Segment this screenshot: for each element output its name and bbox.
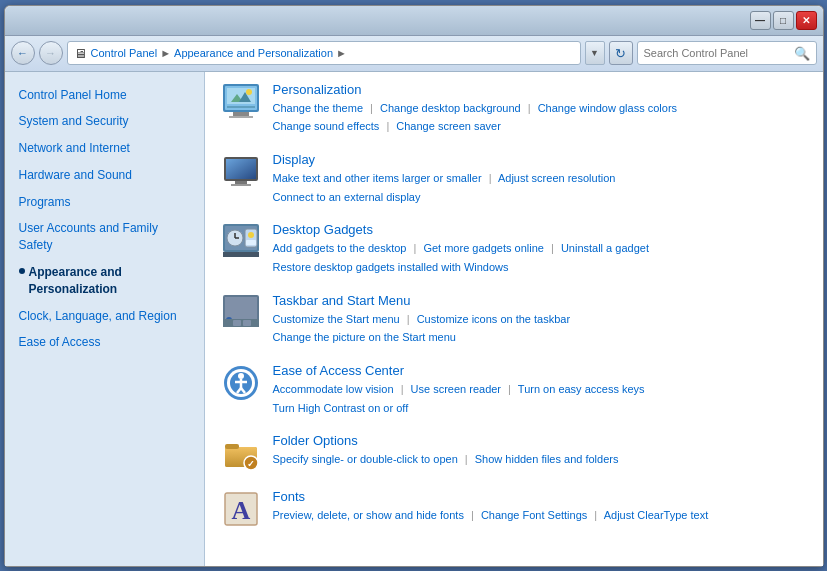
link-connect-external-display[interactable]: Connect to an external display — [273, 191, 421, 203]
link-uninstall-gadget[interactable]: Uninstall a gadget — [561, 242, 649, 254]
link-change-screen-saver[interactable]: Change screen saver — [396, 120, 501, 132]
taskbar-links: Customize the Start menu | Customize ico… — [273, 310, 571, 347]
sidebar-item-control-panel-home[interactable]: Control Panel Home — [5, 82, 204, 109]
search-box: 🔍 — [637, 41, 817, 65]
svg-text:✓: ✓ — [247, 459, 255, 469]
close-button[interactable]: ✕ — [796, 11, 817, 30]
back-button[interactable]: ← — [11, 41, 35, 65]
sep2: | — [528, 102, 531, 114]
breadcrumb-separator-2: ► — [336, 47, 347, 59]
breadcrumb-separator-1: ► — [160, 47, 171, 59]
forward-button[interactable]: → — [39, 41, 63, 65]
main-content: Control Panel Home System and Security N… — [5, 72, 823, 566]
sidebar-item-appearance-label: Appearance and Personalization — [29, 264, 190, 298]
fonts-icon: A — [221, 489, 261, 529]
display-icon — [221, 152, 261, 192]
sidebar-item-user-accounts[interactable]: User Accounts and Family Safety — [5, 215, 204, 259]
svg-rect-29 — [233, 320, 241, 326]
refresh-button[interactable]: ↻ — [609, 41, 633, 65]
link-adjust-screen-resolution[interactable]: Adjust screen resolution — [498, 172, 615, 184]
desktop-gadgets-details: Desktop Gadgets Add gadgets to the deskt… — [273, 222, 649, 276]
title-bar: — □ ✕ — [5, 6, 823, 36]
link-change-font-settings[interactable]: Change Font Settings — [481, 509, 587, 521]
link-preview-delete-fonts[interactable]: Preview, delete, or show and hide fonts — [273, 509, 464, 521]
link-get-more-gadgets[interactable]: Get more gadgets online — [423, 242, 543, 254]
right-panel: Personalization Change the theme | Chang… — [205, 72, 823, 566]
desktop-gadgets-title[interactable]: Desktop Gadgets — [273, 222, 649, 237]
breadcrumb-icon: 🖥 — [74, 46, 87, 61]
svg-rect-30 — [243, 320, 251, 326]
link-accommodate-low-vision[interactable]: Accommodate low vision — [273, 383, 394, 395]
sidebar: Control Panel Home System and Security N… — [5, 72, 205, 566]
link-change-desktop-bg[interactable]: Change desktop background — [380, 102, 521, 114]
sidebar-item-network-internet[interactable]: Network and Internet — [5, 135, 204, 162]
link-customize-icons-taskbar[interactable]: Customize icons on the taskbar — [417, 313, 570, 325]
ease-of-access-links: Accommodate low vision | Use screen read… — [273, 380, 645, 417]
svg-rect-23 — [223, 252, 259, 257]
sidebar-item-system-security[interactable]: System and Security — [5, 108, 204, 135]
section-taskbar: Taskbar and Start Menu Customize the Sta… — [221, 293, 807, 347]
link-change-theme[interactable]: Change the theme — [273, 102, 364, 114]
personalization-icon — [221, 82, 261, 122]
svg-point-21 — [248, 232, 254, 238]
link-make-text-larger[interactable]: Make text and other items larger or smal… — [273, 172, 482, 184]
taskbar-details: Taskbar and Start Menu Customize the Sta… — [273, 293, 571, 347]
sep5: | — [414, 242, 417, 254]
sep7: | — [407, 313, 410, 325]
search-icon[interactable]: 🔍 — [794, 46, 810, 61]
address-bar: ← → 🖥 Control Panel ► Appearance and Per… — [5, 36, 823, 72]
display-title[interactable]: Display — [273, 152, 616, 167]
ease-of-access-details: Ease of Access Center Accommodate low vi… — [273, 363, 645, 417]
section-fonts: A Fonts Preview, delete, or show and hid… — [221, 489, 807, 529]
minimize-button[interactable]: — — [750, 11, 771, 30]
sidebar-item-appearance[interactable]: Appearance and Personalization — [5, 259, 204, 303]
taskbar-icon — [221, 293, 261, 333]
section-desktop-gadgets: Desktop Gadgets Add gadgets to the deskt… — [221, 222, 807, 276]
sidebar-item-programs[interactable]: Programs — [5, 189, 204, 216]
link-use-screen-reader[interactable]: Use screen reader — [411, 383, 502, 395]
section-folder-options: ✓ Folder Options Specify single- or doub… — [221, 433, 807, 473]
svg-rect-25 — [225, 297, 257, 319]
personalization-details: Personalization Change the theme | Chang… — [273, 82, 678, 136]
desktop-gadgets-icon — [221, 222, 261, 262]
ease-of-access-title[interactable]: Ease of Access Center — [273, 363, 645, 378]
svg-rect-41 — [225, 444, 239, 449]
search-input[interactable] — [644, 47, 790, 59]
breadcrumb-dropdown[interactable]: ▼ — [585, 41, 605, 65]
active-indicator — [19, 268, 25, 274]
link-show-hidden-files[interactable]: Show hidden files and folders — [475, 453, 619, 465]
sep1: | — [370, 102, 373, 114]
section-display: Display Make text and other items larger… — [221, 152, 807, 206]
sep11: | — [471, 509, 474, 521]
window-controls: — □ ✕ — [750, 11, 817, 30]
link-change-sound-effects[interactable]: Change sound effects — [273, 120, 380, 132]
link-change-picture-start-menu[interactable]: Change the picture on the Start menu — [273, 331, 456, 343]
breadcrumb-control-panel[interactable]: Control Panel — [91, 47, 158, 59]
sidebar-item-hardware-sound[interactable]: Hardware and Sound — [5, 162, 204, 189]
personalization-links: Change the theme | Change desktop backgr… — [273, 99, 678, 136]
maximize-button[interactable]: □ — [773, 11, 794, 30]
svg-rect-12 — [226, 159, 256, 179]
svg-text:A: A — [231, 496, 250, 525]
breadcrumb-appearance[interactable]: Appearance and Personalization — [174, 47, 333, 59]
personalization-title[interactable]: Personalization — [273, 82, 678, 97]
link-restore-gadgets[interactable]: Restore desktop gadgets installed with W… — [273, 261, 509, 273]
link-specify-click[interactable]: Specify single- or double-click to open — [273, 453, 458, 465]
fonts-title[interactable]: Fonts — [273, 489, 709, 504]
display-details: Display Make text and other items larger… — [273, 152, 616, 206]
link-turn-high-contrast[interactable]: Turn High Contrast on or off — [273, 402, 409, 414]
link-customize-start-menu[interactable]: Customize the Start menu — [273, 313, 400, 325]
folder-options-title[interactable]: Folder Options — [273, 433, 619, 448]
taskbar-title[interactable]: Taskbar and Start Menu — [273, 293, 571, 308]
section-personalization: Personalization Change the theme | Chang… — [221, 82, 807, 136]
link-add-gadgets[interactable]: Add gadgets to the desktop — [273, 242, 407, 254]
link-adjust-cleartype[interactable]: Adjust ClearType text — [604, 509, 709, 521]
link-turn-on-easy-access-keys[interactable]: Turn on easy access keys — [518, 383, 645, 395]
main-window: — □ ✕ ← → 🖥 Control Panel ► Appearance a… — [4, 5, 824, 567]
sidebar-item-ease-of-access[interactable]: Ease of Access — [5, 329, 204, 356]
sep12: | — [594, 509, 597, 521]
section-ease-of-access: Ease of Access Center Accommodate low vi… — [221, 363, 807, 417]
sidebar-item-clock-language[interactable]: Clock, Language, and Region — [5, 303, 204, 330]
folder-options-icon: ✓ — [221, 433, 261, 473]
link-change-window-colors[interactable]: Change window glass colors — [538, 102, 677, 114]
